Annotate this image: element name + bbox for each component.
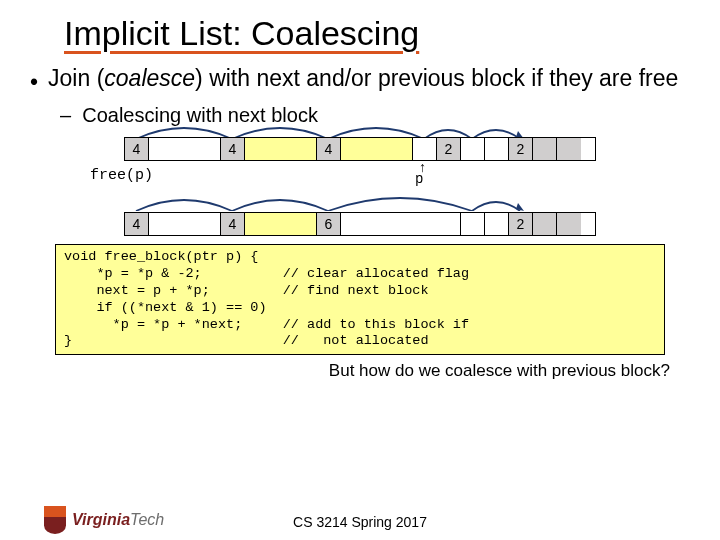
bullet-list: • Join (coalesce) with next and/or previ… [0, 55, 720, 127]
block-header: 4 [221, 138, 245, 160]
block-tail [557, 138, 581, 160]
block-payload-free [413, 138, 437, 160]
block-payload-free [461, 138, 485, 160]
block-tail [533, 213, 557, 235]
vt-logo: VirginiaTech [44, 506, 164, 534]
logo-virginia: Virginia [72, 511, 130, 528]
block-payload-free [149, 213, 221, 235]
arcs-bottom [40, 189, 680, 211]
block-payload-alloc [245, 138, 317, 160]
block-header: 2 [509, 138, 533, 160]
closing-question: But how do we coalesce with previous blo… [0, 355, 720, 381]
heap-row-before: 4 4 4 2 2 [124, 137, 596, 161]
block-payload-free [461, 213, 485, 235]
block-header: 4 [125, 138, 149, 160]
block-tail [533, 138, 557, 160]
p-label: p [415, 171, 423, 187]
block-header: 2 [509, 213, 533, 235]
bullet-text: Join (coalesce) with next and/or previou… [48, 65, 678, 96]
logo-tech: Tech [130, 511, 164, 528]
block-payload-free [149, 138, 221, 160]
bullet-em: coalesce [104, 65, 195, 91]
bullet-dot: • [30, 65, 38, 96]
sub-bullet: – Coalescing with next block [60, 104, 690, 127]
shield-icon [44, 506, 66, 534]
block-payload-alloc [341, 138, 413, 160]
block-header: 2 [437, 138, 461, 160]
block-header: 4 [125, 213, 149, 235]
block-header: 6 [317, 213, 341, 235]
code-block: void free_block(ptr p) { *p = *p & -2; /… [55, 244, 665, 355]
block-header: 4 [221, 213, 245, 235]
slide-title: Implicit List: Coalescing [0, 0, 720, 55]
block-payload-free [485, 213, 509, 235]
diagram: 4 4 4 2 2 ↑ p free(p) 4 4 6 2 [40, 137, 680, 236]
svg-marker-1 [516, 203, 524, 211]
bullet-1: • Join (coalesce) with next and/or previ… [30, 65, 690, 96]
heap-row-after: 4 4 6 2 [124, 212, 596, 236]
free-call-label: free(p) [90, 167, 680, 184]
block-header: 4 [317, 138, 341, 160]
block-tail [557, 213, 581, 235]
block-payload-free [485, 138, 509, 160]
block-payload-alloc [245, 213, 317, 235]
block-payload-free [341, 213, 461, 235]
bullet-lead: Join ( [48, 65, 104, 91]
bullet-tail: ) with next and/or previous block if the… [195, 65, 678, 91]
